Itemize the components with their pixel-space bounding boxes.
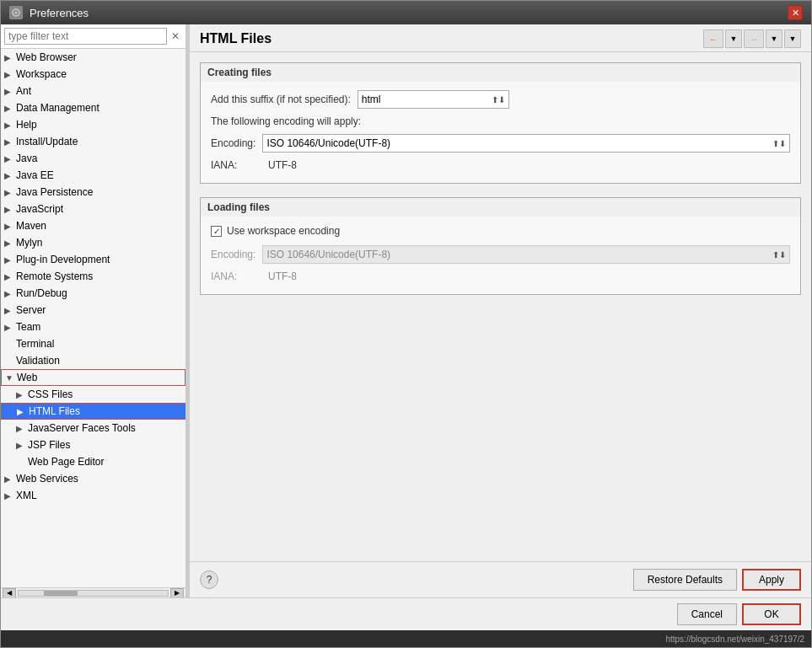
arrow-java-ee: ▶ <box>4 171 16 180</box>
suffix-select[interactable]: html ⬆⬇ <box>358 90 509 109</box>
help-button[interactable]: ? <box>200 570 218 589</box>
dialog-buttons-right: Cancel OK <box>677 603 801 625</box>
iana-value-creating: UTF-8 <box>268 159 297 171</box>
suffix-row: Add this suffix (if not specified): html… <box>211 90 790 109</box>
sidebar-item-workspace[interactable]: ▶ Workspace <box>1 66 186 83</box>
sidebar-item-xml[interactable]: ▶ XML <box>1 487 186 504</box>
sidebar-item-remote-systems[interactable]: ▶ Remote Systems <box>1 268 186 285</box>
label-mylyn: Mylyn <box>16 237 42 249</box>
encoding-row: Encoding: ISO 10646/Unicode(UTF-8) ⬆⬇ <box>211 134 790 153</box>
arrow-workspace: ▶ <box>4 70 16 79</box>
creating-files-content: Add this suffix (if not specified): html… <box>201 82 800 183</box>
ok-button[interactable]: OK <box>742 603 801 625</box>
loading-encoding-value: ISO 10646/Unicode(UTF-8) <box>266 249 390 260</box>
title-bar: Preferences ✕ <box>1 1 811 24</box>
sidebar-item-install-update[interactable]: ▶ Install/Update <box>1 133 186 150</box>
nav-back-dropdown[interactable]: ▼ <box>725 29 742 48</box>
bottom-left: ? <box>200 570 218 589</box>
label-web-services: Web Services <box>16 473 78 485</box>
sidebar-item-web-services[interactable]: ▶ Web Services <box>1 470 186 487</box>
suffix-value: html <box>362 94 381 105</box>
label-jsp-files: JSP Files <box>28 439 70 451</box>
sidebar-item-web-page-editor[interactable]: Web Page Editor <box>1 453 186 470</box>
sidebar-item-server[interactable]: ▶ Server <box>1 302 186 319</box>
sidebar-item-javascript[interactable]: ▶ JavaScript <box>1 201 186 217</box>
sidebar-item-maven[interactable]: ▶ Maven <box>1 217 186 234</box>
label-web-browser: Web Browser <box>16 51 77 63</box>
label-html-files: HTML Files <box>29 405 80 417</box>
arrow-maven: ▶ <box>4 222 16 231</box>
label-help: Help <box>16 119 37 131</box>
label-java-ee: Java EE <box>16 169 54 181</box>
iana-label-creating: IANA: <box>211 159 261 171</box>
label-remote-systems: Remote Systems <box>16 270 93 282</box>
encoding-arrow: ⬆⬇ <box>772 139 786 148</box>
sidebar-item-web-browser[interactable]: ▶ Web Browser <box>1 49 186 66</box>
sidebar-item-java-persistence[interactable]: ▶ Java Persistence <box>1 184 186 201</box>
label-css-files: CSS Files <box>28 388 73 400</box>
nav-menu-dropdown[interactable]: ▼ <box>784 29 801 48</box>
suffix-label: Add this suffix (if not specified): <box>211 94 351 105</box>
label-run-debug: Run/Debug <box>16 287 67 299</box>
iana-value-loading: UTF-8 <box>268 270 297 282</box>
scroll-left-btn[interactable]: ◀ <box>3 588 16 598</box>
arrow-remote-systems: ▶ <box>4 272 16 281</box>
right-panel: HTML Files ← ▼ → ▼ ▼ Creating files <box>190 24 811 597</box>
arrow-java: ▶ <box>4 154 16 163</box>
sidebar-item-terminal[interactable]: Terminal <box>1 335 186 352</box>
arrow-team: ▶ <box>4 323 16 332</box>
scroll-right-btn[interactable]: ▶ <box>170 588 184 598</box>
arrow-html-files: ▶ <box>17 407 29 416</box>
status-bar: https://blogcsdn.net/weixin_437197/2 <box>1 630 811 647</box>
apply-button[interactable]: Apply <box>742 569 801 591</box>
nav-back-button[interactable]: ← <box>703 29 723 48</box>
nav-forward-dropdown[interactable]: ▼ <box>766 29 782 48</box>
filter-clear-button[interactable]: ✕ <box>169 30 182 42</box>
label-data-management: Data Management <box>16 102 99 114</box>
filter-input[interactable] <box>4 28 167 45</box>
creating-files-section: Creating files Add this suffix (if not s… <box>200 62 801 184</box>
encoding-intro-label: The following encoding will apply: <box>211 115 361 127</box>
filter-bar: ✕ <box>1 24 186 49</box>
sidebar-item-run-debug[interactable]: ▶ Run/Debug <box>1 285 186 302</box>
sidebar-item-java-ee[interactable]: ▶ Java EE <box>1 167 186 184</box>
arrow-ant: ▶ <box>4 87 16 96</box>
sidebar-item-plugin-development[interactable]: ▶ Plug-in Development <box>1 251 186 268</box>
arrow-javascript: ▶ <box>4 205 16 214</box>
nav-forward-button[interactable]: → <box>744 29 764 48</box>
arrow-web-page-editor <box>16 458 28 467</box>
label-javascript: JavaScript <box>16 203 63 215</box>
close-button[interactable]: ✕ <box>788 5 803 20</box>
loading-files-title: Loading files <box>201 198 800 217</box>
loading-encoding-row: Encoding: ISO 10646/Unicode(UTF-8) ⬆⬇ <box>211 245 790 264</box>
use-workspace-checkbox[interactable]: ✓ <box>211 226 222 237</box>
cancel-button[interactable]: Cancel <box>677 603 737 625</box>
encoding-select[interactable]: ISO 10646/Unicode(UTF-8) ⬆⬇ <box>262 134 790 153</box>
window-title: Preferences <box>30 7 89 19</box>
label-validation: Validation <box>16 355 60 367</box>
sidebar-item-help[interactable]: ▶ Help <box>1 116 186 133</box>
sidebar-item-javaserver-faces-tools[interactable]: ▶ JavaServer Faces Tools <box>1 420 186 436</box>
label-maven: Maven <box>16 220 46 232</box>
scrollbar-track[interactable] <box>18 590 169 597</box>
nav-buttons: ← ▼ → ▼ ▼ <box>703 29 801 48</box>
bottom-bar: ? Restore Defaults Apply <box>190 561 811 597</box>
sidebar-item-ant[interactable]: ▶ Ant <box>1 83 186 99</box>
sidebar-item-mylyn[interactable]: ▶ Mylyn <box>1 234 186 251</box>
sidebar-item-validation[interactable]: Validation <box>1 352 186 369</box>
sidebar-item-data-management[interactable]: ▶ Data Management <box>1 99 186 116</box>
label-web-page-editor: Web Page Editor <box>28 456 105 468</box>
sidebar-item-team[interactable]: ▶ Team <box>1 319 186 335</box>
sidebar-item-html-files[interactable]: ▶ HTML Files <box>1 403 186 420</box>
arrow-validation <box>4 356 16 366</box>
sidebar-item-css-files[interactable]: ▶ CSS Files <box>1 386 186 403</box>
arrow-java-persistence: ▶ <box>4 188 16 197</box>
sidebar-item-java[interactable]: ▶ Java <box>1 150 186 167</box>
label-javaserver-faces-tools: JavaServer Faces Tools <box>28 422 136 434</box>
arrow-jsp-files: ▶ <box>16 441 28 450</box>
sidebar-item-web[interactable]: ▼ Web <box>1 369 186 386</box>
arrow-web: ▼ <box>5 373 17 383</box>
restore-defaults-button[interactable]: Restore Defaults <box>633 569 737 591</box>
preferences-dialog: Preferences ✕ ✕ ▶ Web Browser ▶ Wo <box>0 0 812 648</box>
sidebar-item-jsp-files[interactable]: ▶ JSP Files <box>1 436 186 453</box>
